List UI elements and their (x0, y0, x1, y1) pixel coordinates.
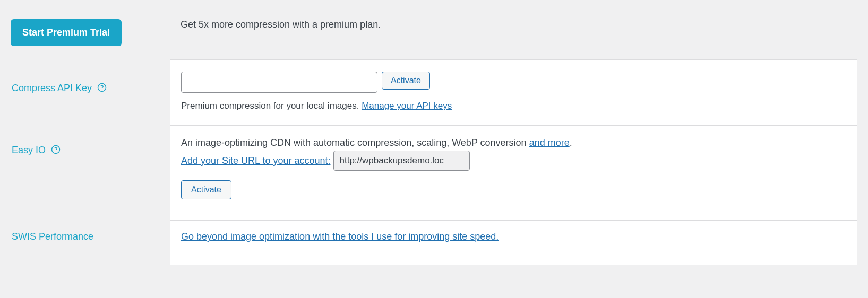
compress-api-key-input[interactable] (181, 72, 377, 93)
start-premium-trial-button[interactable]: Start Premium Trial (11, 19, 122, 46)
compress-api-description: Premium compression for your local image… (181, 101, 362, 111)
and-more-link[interactable]: and more (529, 137, 570, 148)
easy-io-description: An image-optimizing CDN with automatic c… (181, 137, 529, 148)
easy-io-label: Easy IO (12, 145, 46, 155)
add-site-url-link[interactable]: Add your Site URL to your account: (181, 152, 330, 169)
swis-performance-label: SWIS Performance (12, 231, 93, 242)
activate-api-key-button[interactable]: Activate (382, 72, 430, 90)
swis-performance-link[interactable]: Go beyond image optimization with the to… (181, 231, 499, 242)
premium-description: Get 5x more compression with a premium p… (181, 11, 857, 30)
activate-easy-io-button[interactable]: Activate (181, 180, 231, 199)
compress-api-key-label: Compress API Key (12, 83, 92, 93)
site-url-input[interactable] (333, 151, 470, 171)
help-icon[interactable] (51, 145, 61, 156)
manage-api-keys-link[interactable]: Manage your API keys (362, 101, 452, 111)
help-icon[interactable] (97, 83, 107, 94)
